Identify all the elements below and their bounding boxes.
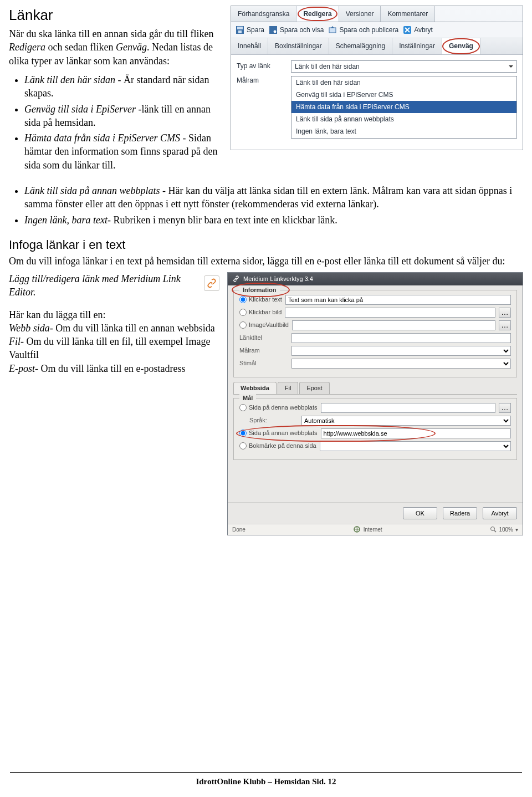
action-bar: Spara Spara och visa Spara och publicera…: [231, 22, 523, 38]
dropdown-option[interactable]: Länk till den här sidan: [291, 76, 516, 89]
dialog-buttons: OK Radera Avbryt: [228, 502, 523, 524]
dropdown-option[interactable]: Ingen länk, bara text: [291, 125, 516, 137]
status-bar: Done Internet 100% ▾: [228, 524, 523, 535]
save-icon: [236, 25, 244, 34]
intro-paragraph: När du ska länka till en annan sida går …: [9, 27, 225, 68]
sub-tabs: Innehåll Boxinställningar Schemaläggning…: [231, 38, 523, 54]
cancel-button[interactable]: Avbryt: [483, 507, 517, 519]
save-and-view-button[interactable]: Spara och visa: [269, 25, 324, 34]
link-type-list: Länk till den här sidan - Är standard nä…: [10, 73, 225, 172]
subtab-boxsettings[interactable]: Boxinställningar: [268, 38, 329, 54]
link-type-dropdown[interactable]: Länk till den här sidan Genväg till sida…: [291, 76, 517, 139]
radio-imagevault[interactable]: ImageVaultbild: [239, 321, 289, 329]
stimal-label: Stimål: [239, 359, 288, 367]
link-editor-caption: Lägg till/redigera länk med Meridium Lin…: [9, 272, 198, 299]
info-legend: Information: [239, 286, 280, 294]
link-title-input[interactable]: [291, 333, 511, 343]
clickable-text-input[interactable]: [285, 295, 511, 305]
clickable-image-input[interactable]: [285, 308, 495, 318]
target-select[interactable]: [291, 346, 511, 356]
save-and-publish-button[interactable]: Spara och publicera: [328, 25, 398, 34]
save-button[interactable]: Spara: [236, 25, 264, 34]
episerver-panel: Förhandsgranska Redigera Versioner Komme…: [231, 6, 523, 150]
chevron-down-icon[interactable]: ▾: [515, 526, 518, 534]
main-tabs: Förhandsgranska Redigera Versioner Komme…: [231, 6, 523, 22]
list-item: Ingen länk, bara text- Rubriken i menyn …: [24, 213, 523, 227]
dialog-titlebar: Meridium Länkverktyg 3.4: [228, 273, 523, 285]
radio-clickable-image[interactable]: Klickbar bild: [239, 308, 282, 316]
close-icon: [403, 25, 412, 34]
link-type-list-continued: Länk till sida på annan webbplats - Här …: [10, 184, 523, 227]
list-item: Länk till den här sidan - Är standard nä…: [24, 73, 225, 100]
stimal-select[interactable]: [291, 359, 511, 369]
target-fieldset: Mål Sida på denna webbplats … Språk: Aut…: [233, 398, 517, 460]
browse-button[interactable]: …: [499, 403, 511, 413]
other-site-url-input[interactable]: [321, 428, 511, 438]
svg-rect-1: [237, 27, 243, 29]
svg-point-8: [491, 527, 495, 531]
dlg-tab-web[interactable]: Webbsida: [233, 382, 277, 394]
language-select[interactable]: Automatisk: [301, 416, 511, 426]
tab-versions[interactable]: Versioner: [339, 6, 381, 22]
dialog-tabs: Webbsida Fil Epost: [233, 382, 517, 395]
bookmark-select[interactable]: [320, 441, 511, 451]
language-label: Språk:: [249, 416, 298, 425]
link-editor-dialog: Meridium Länkverktyg 3.4 Information Kli…: [227, 272, 523, 535]
cancel-button[interactable]: Avbryt: [403, 25, 433, 34]
dropdown-option[interactable]: Genväg till sida i EPiServer CMS: [291, 89, 516, 101]
ok-button[interactable]: OK: [403, 507, 437, 519]
target-label: Målram: [239, 346, 288, 355]
list-item: Länk till sida på annan webbplats - Här …: [24, 184, 523, 211]
link-editor-button[interactable]: [204, 275, 219, 291]
info-fieldset: Information Klickbar text Klickbar bild …: [233, 290, 517, 377]
target-legend: Mål: [239, 394, 256, 402]
status-zone: Internet: [364, 526, 382, 534]
status-zoom: 100%: [499, 526, 513, 534]
svg-point-4: [273, 30, 277, 33]
subtab-settings[interactable]: Inställningar: [392, 38, 442, 54]
status-left: Done: [232, 526, 245, 534]
dropdown-option-selected[interactable]: Hämta data från sida i EPiServer CMS: [291, 101, 516, 113]
dropdown-option[interactable]: Länk till sida på annan webbplats: [291, 113, 516, 125]
radio-clickable-text[interactable]: Klickbar text: [239, 295, 282, 304]
radio-bookmark[interactable]: Bokmärke på denna sida: [239, 442, 316, 450]
imagevault-input[interactable]: [292, 320, 495, 330]
insert-links-intro: Om du vill infoga länkar i en text på he…: [9, 254, 523, 268]
tab-comments[interactable]: Kommentarer: [381, 6, 435, 22]
subtab-shortcut[interactable]: Genväg: [442, 38, 480, 54]
list-item: Genväg till sida i EpiServer -länk till …: [24, 103, 225, 130]
dlg-tab-file[interactable]: Fil: [278, 382, 299, 394]
link-type-select[interactable]: Länk till den här sidan: [291, 60, 517, 73]
def-file: Fil- Om du vill länka till en fil, till …: [9, 335, 219, 362]
link-type-label: Typ av länk: [237, 62, 287, 70]
dlg-tab-email[interactable]: Epost: [299, 382, 329, 394]
delete-button[interactable]: Radera: [443, 507, 477, 519]
section-title: Länkar: [9, 6, 225, 25]
link-title-label: Länktitel: [239, 334, 288, 342]
shortcut-form: Typ av länk Länk till den här sidan Målr…: [231, 55, 523, 150]
svg-line-9: [494, 530, 496, 532]
radio-other-site[interactable]: Sida på annan webbplats: [239, 429, 318, 437]
radio-this-site[interactable]: Sida på denna webbplats: [239, 403, 318, 412]
browse-button[interactable]: …: [499, 320, 511, 330]
add-options-intro: Här kan du lägga till en:: [9, 308, 219, 321]
this-site-input[interactable]: [321, 403, 495, 413]
tab-edit[interactable]: Redigera: [296, 6, 339, 22]
svg-rect-2: [238, 30, 242, 33]
zoom-icon: [490, 526, 497, 533]
def-email: E-post- Om du vill länka till en e-posta…: [9, 362, 219, 375]
tab-preview[interactable]: Förhandsgranska: [231, 6, 296, 22]
internet-icon: [354, 526, 360, 533]
link-icon: [232, 275, 240, 283]
subtab-schedule[interactable]: Schemaläggning: [329, 38, 392, 54]
target-frame-label: Målram: [237, 76, 287, 85]
subtab-content[interactable]: Innehåll: [231, 38, 268, 54]
link-icon: [206, 278, 217, 289]
list-item: Hämta data från sida i EpiServer CMS - S…: [24, 131, 225, 172]
chevron-down-icon: [508, 63, 514, 70]
page-footer: IdrottOnline Klubb – Hemsidan Sid. 12: [0, 772, 532, 787]
def-web: Webb sida- Om du vill länka till en anna…: [9, 321, 219, 335]
save-view-icon: [269, 25, 278, 34]
browse-button[interactable]: …: [499, 308, 511, 318]
subsection-title: Infoga länkar i en text: [9, 237, 523, 253]
